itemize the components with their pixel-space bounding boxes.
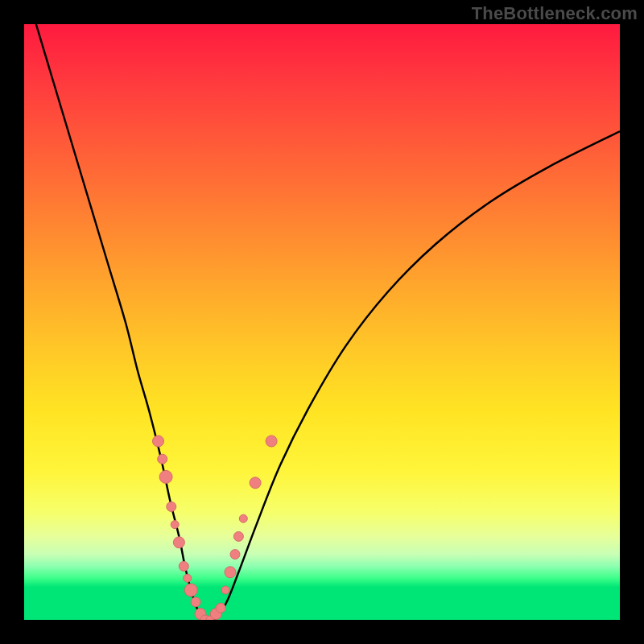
data-marker	[173, 537, 184, 548]
data-marker	[184, 584, 197, 597]
data-markers	[153, 436, 278, 620]
data-marker	[153, 436, 164, 447]
data-marker	[225, 567, 236, 578]
bottleneck-curve	[36, 24, 620, 620]
data-marker	[250, 477, 261, 489]
bottleneck-chart	[24, 24, 620, 620]
data-marker	[179, 561, 188, 571]
data-marker	[159, 470, 172, 483]
data-marker	[230, 550, 240, 559]
data-marker	[239, 514, 247, 522]
data-marker	[167, 502, 176, 511]
data-marker	[221, 586, 229, 594]
outer-frame: TheBottleneck.com	[0, 0, 644, 644]
watermark-text: TheBottleneck.com	[472, 3, 638, 24]
data-marker	[171, 521, 179, 529]
data-marker	[184, 574, 192, 582]
plot-area	[24, 24, 620, 620]
data-marker	[191, 597, 200, 607]
data-marker	[233, 531, 243, 541]
data-marker	[216, 603, 225, 613]
data-marker	[266, 436, 277, 447]
data-marker	[158, 454, 167, 464]
